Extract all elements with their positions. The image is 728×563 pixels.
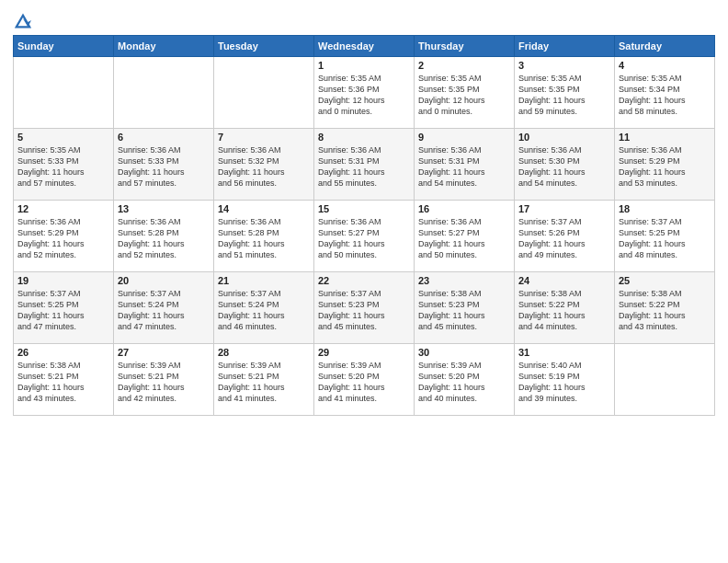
day-number: 10 (518, 132, 610, 143)
day-number: 22 (318, 275, 410, 286)
calendar-cell: 6Sunrise: 5:36 AMSunset: 5:33 PMDaylight… (114, 129, 214, 201)
day-info: Sunrise: 5:40 AMSunset: 5:19 PMDaylight:… (518, 360, 610, 405)
calendar-cell: 22Sunrise: 5:37 AMSunset: 5:23 PMDayligh… (314, 272, 415, 344)
day-number: 4 (619, 60, 711, 71)
calendar-cell: 14Sunrise: 5:36 AMSunset: 5:28 PMDayligh… (214, 201, 314, 272)
day-number: 9 (418, 132, 510, 143)
calendar-cell: 27Sunrise: 5:39 AMSunset: 5:21 PMDayligh… (114, 344, 214, 416)
day-info: Sunrise: 5:39 AMSunset: 5:20 PMDaylight:… (318, 360, 410, 405)
day-number: 3 (518, 60, 610, 71)
day-number: 7 (218, 132, 310, 143)
calendar-cell: 15Sunrise: 5:36 AMSunset: 5:27 PMDayligh… (314, 201, 415, 272)
calendar-cell: 2Sunrise: 5:35 AMSunset: 5:35 PMDaylight… (415, 57, 515, 129)
day-info: Sunrise: 5:35 AMSunset: 5:34 PMDaylight:… (619, 73, 711, 118)
calendar-cell: 19Sunrise: 5:37 AMSunset: 5:25 PMDayligh… (14, 272, 114, 344)
day-number: 15 (318, 203, 410, 214)
header-day-thursday: Thursday (415, 36, 515, 57)
page-container: SundayMondayTuesdayWednesdayThursdayFrid… (0, 0, 728, 563)
day-number: 11 (619, 132, 711, 143)
day-number: 21 (218, 275, 310, 286)
day-info: Sunrise: 5:37 AMSunset: 5:23 PMDaylight:… (318, 288, 410, 333)
header-day-sunday: Sunday (14, 36, 114, 57)
day-info: Sunrise: 5:36 AMSunset: 5:29 PMDaylight:… (619, 144, 711, 190)
day-info: Sunrise: 5:37 AMSunset: 5:24 PMDaylight:… (218, 288, 310, 333)
calendar-cell: 8Sunrise: 5:36 AMSunset: 5:31 PMDaylight… (314, 129, 415, 201)
day-number: 2 (418, 60, 510, 71)
day-info: Sunrise: 5:39 AMSunset: 5:21 PMDaylight:… (118, 360, 210, 405)
day-number: 30 (418, 347, 510, 358)
day-number: 28 (218, 347, 310, 358)
day-number: 13 (118, 203, 210, 214)
calendar-cell: 12Sunrise: 5:36 AMSunset: 5:29 PMDayligh… (14, 201, 114, 272)
calendar-cell: 7Sunrise: 5:36 AMSunset: 5:32 PMDaylight… (214, 129, 314, 201)
day-info: Sunrise: 5:36 AMSunset: 5:27 PMDaylight:… (418, 216, 510, 261)
day-info: Sunrise: 5:36 AMSunset: 5:32 PMDaylight:… (218, 144, 310, 190)
day-info: Sunrise: 5:35 AMSunset: 5:33 PMDaylight:… (17, 144, 109, 190)
calendar-week-3: 12Sunrise: 5:36 AMSunset: 5:29 PMDayligh… (14, 201, 715, 272)
day-number: 5 (17, 132, 109, 143)
calendar-cell: 17Sunrise: 5:37 AMSunset: 5:26 PMDayligh… (515, 201, 615, 272)
day-number: 8 (318, 132, 410, 143)
day-number: 24 (518, 275, 610, 286)
day-info: Sunrise: 5:36 AMSunset: 5:31 PMDaylight:… (418, 144, 510, 190)
calendar-cell: 10Sunrise: 5:36 AMSunset: 5:30 PMDayligh… (515, 129, 615, 201)
calendar-cell: 28Sunrise: 5:39 AMSunset: 5:21 PMDayligh… (214, 344, 314, 416)
calendar-cell: 9Sunrise: 5:36 AMSunset: 5:31 PMDaylight… (415, 129, 515, 201)
day-number: 12 (17, 203, 109, 214)
day-number: 6 (118, 132, 210, 143)
day-number: 26 (17, 347, 109, 358)
day-number: 16 (418, 203, 510, 214)
day-info: Sunrise: 5:36 AMSunset: 5:29 PMDaylight:… (17, 216, 109, 261)
calendar-week-5: 26Sunrise: 5:38 AMSunset: 5:21 PMDayligh… (14, 344, 715, 416)
calendar-cell (114, 57, 214, 129)
day-number: 19 (17, 275, 109, 286)
day-info: Sunrise: 5:36 AMSunset: 5:33 PMDaylight:… (118, 144, 210, 190)
day-info: Sunrise: 5:39 AMSunset: 5:21 PMDaylight:… (218, 360, 310, 405)
calendar-week-4: 19Sunrise: 5:37 AMSunset: 5:25 PMDayligh… (14, 272, 715, 344)
calendar-cell: 11Sunrise: 5:36 AMSunset: 5:29 PMDayligh… (615, 129, 715, 201)
calendar-cell: 1Sunrise: 5:35 AMSunset: 5:36 PMDaylight… (314, 57, 415, 129)
day-number: 27 (118, 347, 210, 358)
day-number: 20 (118, 275, 210, 286)
day-info: Sunrise: 5:37 AMSunset: 5:26 PMDaylight:… (518, 216, 610, 261)
day-number: 1 (318, 60, 410, 71)
day-info: Sunrise: 5:36 AMSunset: 5:27 PMDaylight:… (318, 216, 410, 261)
day-info: Sunrise: 5:37 AMSunset: 5:25 PMDaylight:… (619, 216, 711, 261)
logo (13, 13, 31, 29)
header-day-tuesday: Tuesday (214, 36, 314, 57)
day-number: 18 (619, 203, 711, 214)
calendar-cell: 18Sunrise: 5:37 AMSunset: 5:25 PMDayligh… (615, 201, 715, 272)
day-info: Sunrise: 5:38 AMSunset: 5:21 PMDaylight:… (17, 360, 109, 405)
header-day-friday: Friday (515, 36, 615, 57)
calendar-body: 1Sunrise: 5:35 AMSunset: 5:36 PMDaylight… (14, 57, 715, 416)
day-number: 23 (418, 275, 510, 286)
day-number: 25 (619, 275, 711, 286)
calendar-cell: 20Sunrise: 5:37 AMSunset: 5:24 PMDayligh… (114, 272, 214, 344)
calendar-cell: 21Sunrise: 5:37 AMSunset: 5:24 PMDayligh… (214, 272, 314, 344)
calendar-cell: 3Sunrise: 5:35 AMSunset: 5:35 PMDaylight… (515, 57, 615, 129)
day-info: Sunrise: 5:36 AMSunset: 5:31 PMDaylight:… (318, 144, 410, 190)
day-number: 14 (218, 203, 310, 214)
calendar-cell: 30Sunrise: 5:39 AMSunset: 5:20 PMDayligh… (415, 344, 515, 416)
day-info: Sunrise: 5:38 AMSunset: 5:22 PMDaylight:… (518, 288, 610, 333)
day-number: 31 (518, 347, 610, 358)
calendar-cell: 23Sunrise: 5:38 AMSunset: 5:23 PMDayligh… (415, 272, 515, 344)
calendar-cell: 25Sunrise: 5:38 AMSunset: 5:22 PMDayligh… (615, 272, 715, 344)
day-info: Sunrise: 5:36 AMSunset: 5:28 PMDaylight:… (118, 216, 210, 261)
header-day-saturday: Saturday (615, 36, 715, 57)
calendar-cell: 4Sunrise: 5:35 AMSunset: 5:34 PMDaylight… (615, 57, 715, 129)
header-day-wednesday: Wednesday (314, 36, 415, 57)
header (13, 9, 715, 29)
calendar-header-row: SundayMondayTuesdayWednesdayThursdayFrid… (14, 36, 715, 57)
day-info: Sunrise: 5:35 AMSunset: 5:35 PMDaylight:… (518, 73, 610, 118)
calendar-cell (214, 57, 314, 129)
day-info: Sunrise: 5:38 AMSunset: 5:23 PMDaylight:… (418, 288, 510, 333)
calendar-cell: 5Sunrise: 5:35 AMSunset: 5:33 PMDaylight… (14, 129, 114, 201)
logo-icon (15, 13, 31, 29)
calendar-cell: 16Sunrise: 5:36 AMSunset: 5:27 PMDayligh… (415, 201, 515, 272)
calendar-cell (615, 344, 715, 416)
day-info: Sunrise: 5:36 AMSunset: 5:30 PMDaylight:… (518, 144, 610, 190)
day-info: Sunrise: 5:37 AMSunset: 5:25 PMDaylight:… (17, 288, 109, 333)
calendar-week-2: 5Sunrise: 5:35 AMSunset: 5:33 PMDaylight… (14, 129, 715, 201)
calendar-cell: 13Sunrise: 5:36 AMSunset: 5:28 PMDayligh… (114, 201, 214, 272)
